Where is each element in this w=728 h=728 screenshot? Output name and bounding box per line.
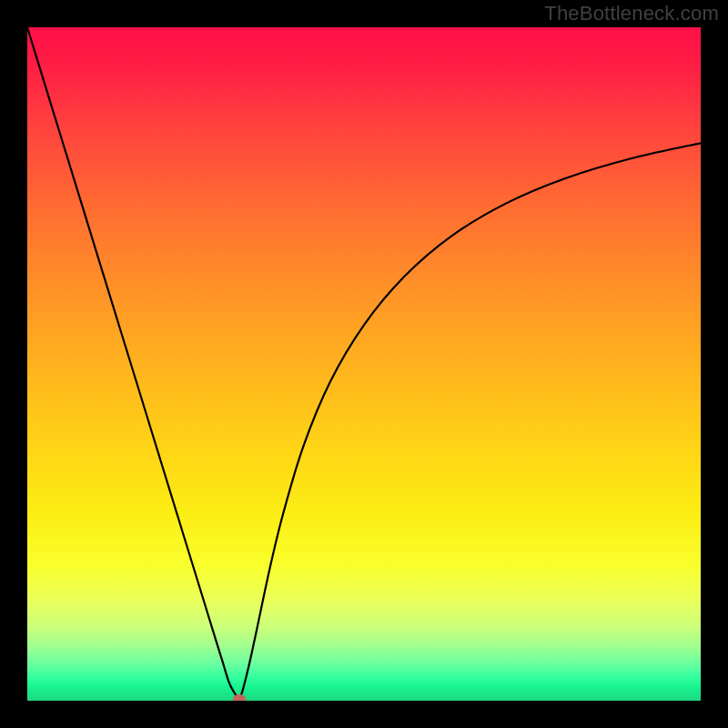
minimum-marker-icon xyxy=(233,694,246,701)
chart-frame: TheBottleneck.com xyxy=(0,0,728,728)
watermark-text: TheBottleneck.com xyxy=(544,2,719,25)
curve-path xyxy=(27,27,701,700)
bottleneck-curve xyxy=(27,27,701,701)
plot-area xyxy=(27,27,701,701)
